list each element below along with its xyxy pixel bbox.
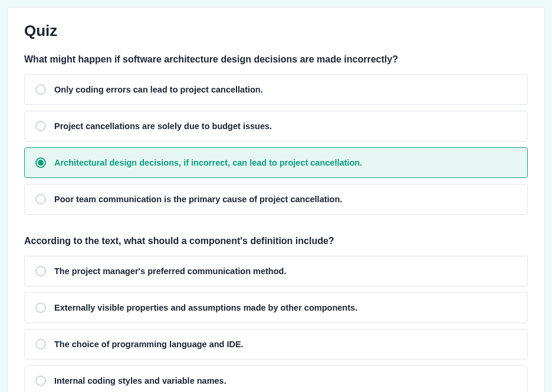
radio-icon	[35, 375, 46, 386]
question-block: According to the text, what should a com…	[24, 236, 528, 392]
radio-icon	[35, 121, 46, 131]
option-text: Poor team communication is the primary c…	[54, 195, 342, 204]
option-text: Only coding errors can lead to project c…	[54, 85, 263, 94]
quiz-option[interactable]: Architectural design decisions, if incor…	[24, 147, 528, 178]
quiz-option[interactable]: Poor team communication is the primary c…	[24, 184, 528, 215]
option-text: Internal coding styles and variable name…	[54, 376, 226, 386]
radio-icon	[35, 84, 46, 95]
quiz-option[interactable]: The project manager's preferred communic…	[24, 256, 528, 286]
question-block: What might happen if software architectu…	[24, 54, 528, 215]
question-prompt: What might happen if software architectu…	[24, 54, 528, 65]
option-text: Project cancellations are solely due to …	[54, 121, 272, 131]
quiz-option[interactable]: Internal coding styles and variable name…	[24, 365, 528, 392]
option-text: Externally visible properties and assump…	[54, 303, 357, 312]
quiz-container: Quiz What might happen if software archi…	[7, 7, 545, 392]
quiz-title: Quiz	[24, 22, 528, 40]
quiz-option[interactable]: Externally visible properties and assump…	[24, 292, 528, 323]
question-prompt: According to the text, what should a com…	[24, 236, 528, 246]
quiz-option[interactable]: The choice of programming language and I…	[24, 329, 528, 360]
option-text: Architectural design decisions, if incor…	[54, 158, 362, 167]
radio-icon	[35, 194, 46, 205]
option-text: The choice of programming language and I…	[54, 340, 244, 349]
radio-icon	[35, 302, 46, 313]
radio-icon	[35, 266, 46, 276]
quiz-option[interactable]: Project cancellations are solely due to …	[24, 111, 528, 141]
radio-icon	[35, 157, 46, 168]
quiz-option[interactable]: Only coding errors can lead to project c…	[24, 74, 528, 105]
radio-icon	[35, 339, 46, 350]
option-text: The project manager's preferred communic…	[54, 266, 286, 276]
